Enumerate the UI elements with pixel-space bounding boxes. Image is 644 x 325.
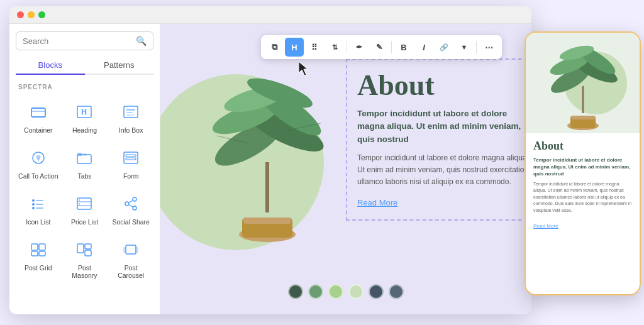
- form-icon: [119, 146, 142, 169]
- svg-rect-39: [123, 247, 126, 253]
- toolbar-move-btn[interactable]: ⇅: [325, 38, 344, 57]
- iconlist-icon: [27, 192, 50, 215]
- svg-rect-10: [77, 153, 82, 156]
- toolbar-more-btn[interactable]: ⋯: [479, 38, 498, 57]
- read-more-link[interactable]: Read More: [357, 198, 397, 207]
- svg-rect-40: [135, 247, 138, 253]
- mobile-read-more[interactable]: Read More: [533, 223, 558, 229]
- svg-point-28: [133, 206, 136, 210]
- toolbar-bold-btn[interactable]: B: [394, 38, 413, 57]
- svg-text:H: H: [81, 107, 87, 116]
- svg-rect-36: [85, 244, 91, 249]
- main-canvas: ⧉ H ⠿ ⇅ ✒ ✎ B I 🔗 ▼ ⋯: [160, 24, 531, 314]
- search-icon: 🔍: [136, 36, 147, 46]
- color-swatch-2[interactable]: [308, 284, 323, 299]
- traffic-light-red[interactable]: [17, 11, 24, 18]
- traffic-light-green[interactable]: [38, 11, 45, 18]
- toolbar-drag-btn[interactable]: ⠿: [305, 38, 324, 57]
- color-swatch-6[interactable]: [389, 284, 404, 299]
- toolbar-pennib-btn[interactable]: ✒: [350, 38, 369, 57]
- blocks-grid: Container H Heading: [16, 96, 153, 284]
- toolbar-link-btn[interactable]: 🔗: [435, 38, 453, 57]
- toolbar-divider-3: [476, 41, 477, 53]
- postgrid-icon: [27, 238, 50, 261]
- svg-rect-16: [36, 200, 43, 201]
- color-palette: [288, 284, 404, 299]
- svg-rect-56: [571, 116, 595, 119]
- container-icon: [27, 101, 50, 123]
- toolbar-divider-2: [391, 41, 392, 53]
- traffic-light-yellow[interactable]: [28, 11, 35, 18]
- color-swatch-5[interactable]: [369, 284, 384, 299]
- mobile-preview-window: About Tempor incididunt ut labore et dol…: [525, 31, 641, 295]
- mobile-plant-area: [526, 33, 640, 133]
- block-item-pricelist[interactable]: $ $ Price List: [62, 187, 108, 231]
- block-label-cta: Call To Action: [18, 172, 58, 180]
- block-label-tabs: Tabs: [77, 172, 91, 180]
- block-item-container[interactable]: Container: [16, 96, 61, 139]
- block-item-iconlist[interactable]: Icon List: [16, 187, 61, 231]
- tab-blocks[interactable]: Blocks: [16, 57, 85, 75]
- toolbar-divider-1: [347, 41, 347, 53]
- tab-patterns[interactable]: Patterns: [85, 57, 154, 74]
- toolbar-chevron-btn[interactable]: ▼: [455, 38, 474, 57]
- block-label-form: Form: [123, 172, 139, 180]
- mobile-subtitle: Tempor incididunt ut labore et dolore ma…: [533, 157, 632, 178]
- block-item-heading[interactable]: H Heading: [62, 96, 108, 139]
- color-swatch-4[interactable]: [348, 284, 364, 299]
- postcarousel-icon: [119, 238, 142, 261]
- toolbar-italic-btn[interactable]: I: [414, 38, 433, 57]
- tabs-row: Blocks Patterns: [16, 57, 153, 75]
- svg-text:$: $: [79, 202, 80, 206]
- block-item-infobox[interactable]: Info Box: [108, 96, 153, 139]
- svg-rect-34: [39, 251, 45, 256]
- section-label: SPECTRA: [18, 84, 151, 91]
- color-swatch-3[interactable]: [328, 284, 343, 299]
- pricelist-icon: $ $: [73, 192, 96, 215]
- svg-rect-18: [36, 204, 43, 205]
- toolbar-duplicate-btn[interactable]: ⧉: [265, 38, 284, 57]
- block-item-postmasonry[interactable]: Post Masonry: [62, 233, 108, 284]
- block-item-socialshare[interactable]: Social Share: [108, 187, 153, 231]
- browser-titlebar: [9, 6, 531, 24]
- content-subtitle: Tempor incididunt ut labore et dolore ma…: [357, 107, 530, 146]
- content-body: Tempor incididunt ut labore et dolore ma…: [357, 152, 530, 189]
- svg-rect-6: [126, 112, 133, 113]
- block-label-pricelist: Price List: [71, 218, 98, 226]
- block-label-infobox: Info Box: [119, 126, 143, 134]
- svg-rect-37: [85, 250, 91, 256]
- cta-icon: [27, 146, 50, 169]
- search-input[interactable]: [23, 36, 136, 46]
- svg-rect-7: [126, 114, 134, 116]
- svg-rect-13: [126, 155, 136, 157]
- block-item-form[interactable]: Form: [108, 141, 153, 185]
- svg-line-29: [129, 201, 133, 202]
- toolbar-heading-btn[interactable]: H: [285, 38, 304, 57]
- color-swatch-1[interactable]: [288, 284, 303, 299]
- block-item-cta[interactable]: Call To Action: [16, 141, 61, 185]
- block-label-postmasonry: Post Masonry: [65, 264, 105, 279]
- mobile-body: Tempor incididunt ut labore et dolore ma…: [533, 181, 632, 214]
- block-item-tabs[interactable]: Tabs: [62, 141, 108, 185]
- svg-rect-33: [31, 251, 38, 256]
- svg-point-27: [125, 202, 129, 206]
- svg-rect-32: [39, 244, 45, 250]
- block-item-postgrid[interactable]: Post Grid: [16, 233, 61, 284]
- browser-window: 🔍 Blocks Patterns SPECTRA: [9, 6, 531, 314]
- svg-rect-11: [82, 153, 87, 156]
- mobile-title: About: [533, 140, 632, 153]
- svg-line-30: [129, 205, 133, 207]
- svg-rect-44: [243, 218, 291, 224]
- tabs-icon: [73, 146, 96, 169]
- content-block: About Tempor incididunt ut labore et dol…: [346, 58, 531, 221]
- sidebar-panel: 🔍 Blocks Patterns SPECTRA: [9, 24, 160, 314]
- block-label-container: Container: [24, 126, 53, 134]
- toolbar-pencil-btn[interactable]: ✎: [370, 38, 389, 57]
- search-box[interactable]: 🔍: [16, 31, 153, 50]
- svg-point-17: [32, 203, 35, 206]
- heading-icon: H: [73, 101, 96, 123]
- socialshare-icon: [119, 192, 142, 215]
- svg-rect-31: [31, 244, 38, 250]
- block-item-postcarousel[interactable]: Post Carousel: [108, 233, 153, 284]
- content-title: About: [357, 71, 530, 100]
